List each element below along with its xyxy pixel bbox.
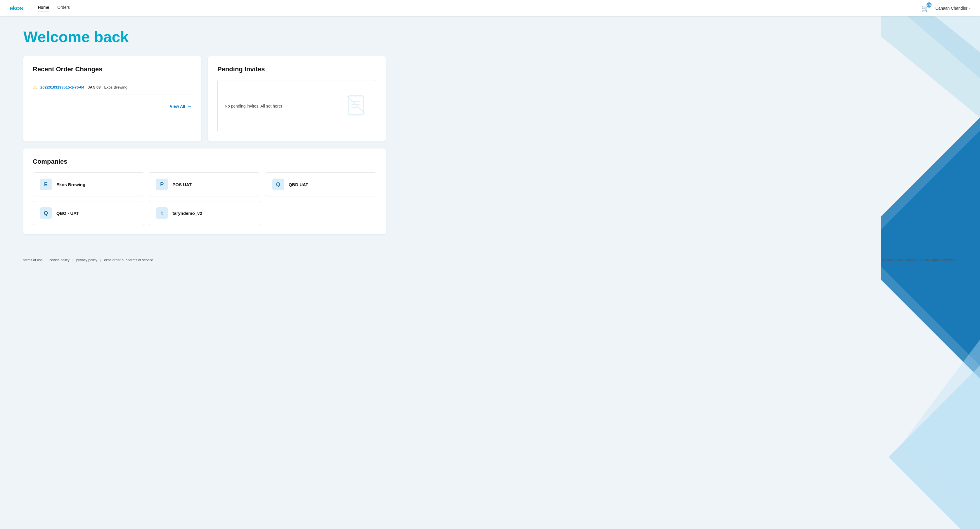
user-name: Canaan Chandler xyxy=(935,6,967,11)
footer-cookie[interactable]: cookie policy xyxy=(49,258,70,262)
footer-links: terms of use | cookie policy | privacy p… xyxy=(23,258,153,262)
nav-orders[interactable]: Orders xyxy=(57,5,70,11)
company-name-pos: POS UAT xyxy=(172,182,192,187)
navbar: ekos_ Home Orders 🛒 224 Canaan Chandler … xyxy=(0,0,980,16)
footer-hub-terms[interactable]: ekos order hub terms of service xyxy=(104,258,153,262)
company-name-ekos: Ekos Brewing xyxy=(56,182,85,187)
logo-underscore: _ xyxy=(23,5,26,12)
nav-links: Home Orders xyxy=(38,5,920,11)
svg-marker-0 xyxy=(881,0,980,118)
order-company: Ekos Brewing xyxy=(104,85,127,89)
view-all-link[interactable]: View All → xyxy=(170,104,192,109)
svg-marker-5 xyxy=(902,339,980,510)
footer-privacy[interactable]: privacy policy xyxy=(76,258,97,262)
company-item-qbd[interactable]: Q QBD UAT xyxy=(265,172,376,196)
companies-grid: E Ekos Brewing P POS UAT Q QBD UAT Q QBO… xyxy=(33,172,376,225)
view-all-label: View All xyxy=(170,104,185,109)
svg-marker-2 xyxy=(881,131,980,366)
svg-marker-3 xyxy=(881,118,980,379)
company-item-qbo[interactable]: Q QBO - UAT xyxy=(33,201,144,225)
footer: terms of use | cookie policy | privacy p… xyxy=(0,251,980,269)
recent-orders-card: Recent Order Changes ⚠ 20220103193515-1-… xyxy=(23,56,201,142)
company-avatar-p: P xyxy=(156,178,168,190)
pending-empty-message: No pending invites. All set here! xyxy=(225,104,282,108)
companies-title: Companies xyxy=(33,158,376,166)
company-item-taryn[interactable]: t taryndemo_v2 xyxy=(149,201,260,225)
company-avatar-e: E xyxy=(40,178,52,190)
company-item-pos[interactable]: P POS UAT xyxy=(149,172,260,196)
empty-state-icon xyxy=(346,94,369,118)
navbar-right: 🛒 224 Canaan Chandler ▾ xyxy=(920,3,970,13)
cart-button[interactable]: 🛒 224 xyxy=(920,3,931,13)
svg-line-11 xyxy=(347,96,365,113)
cart-badge: 224 xyxy=(926,2,932,8)
arrow-right-icon: → xyxy=(187,104,192,109)
company-avatar-qbo: Q xyxy=(40,207,52,219)
view-all-row: View All → xyxy=(33,104,192,109)
companies-card: Companies E Ekos Brewing P POS UAT Q QBD… xyxy=(23,148,386,234)
user-menu[interactable]: Canaan Chandler ▾ xyxy=(935,6,970,11)
nav-home[interactable]: Home xyxy=(38,5,49,11)
warning-icon: ⚠ xyxy=(33,84,37,90)
svg-marker-4 xyxy=(889,366,980,529)
company-item-ekos[interactable]: E Ekos Brewing xyxy=(33,172,144,196)
app-logo[interactable]: ekos_ xyxy=(10,5,26,12)
order-row: ⚠ 20220103193515-1-76-64 JAN 03 Ekos Bre… xyxy=(33,80,192,94)
pending-invites-title: Pending Invites xyxy=(217,65,376,73)
order-id-link[interactable]: 20220103193515-1-76-64 xyxy=(40,85,84,89)
footer-sep-3: | xyxy=(100,258,101,262)
company-name-qbd: QBD UAT xyxy=(289,182,308,187)
company-avatar-t: t xyxy=(156,207,168,219)
footer-sep-2: | xyxy=(72,258,73,262)
pending-empty-state: No pending invites. All set here! xyxy=(217,80,376,132)
welcome-title: Welcome back xyxy=(23,28,386,46)
footer-terms[interactable]: terms of use xyxy=(23,258,43,262)
company-avatar-qbd: Q xyxy=(272,178,284,190)
logo-text: ekos xyxy=(10,5,23,12)
top-cards-row: Recent Order Changes ⚠ 20220103193515-1-… xyxy=(23,56,386,142)
main-content: Welcome back Recent Order Changes ⚠ 2022… xyxy=(0,16,409,246)
pending-invites-card: Pending Invites No pending invites. All … xyxy=(208,56,386,142)
svg-rect-7 xyxy=(348,96,363,115)
recent-orders-title: Recent Order Changes xyxy=(33,65,192,73)
order-date: JAN 03 xyxy=(88,85,100,89)
company-name-taryn: taryndemo_v2 xyxy=(172,211,202,216)
company-name-qbo: QBO - UAT xyxy=(56,211,79,216)
footer-sep-1: | xyxy=(46,258,46,262)
footer-copyright: © 2022 Ekos Software Inc. All Rights Res… xyxy=(882,258,957,262)
chevron-down-icon: ▾ xyxy=(969,7,970,10)
